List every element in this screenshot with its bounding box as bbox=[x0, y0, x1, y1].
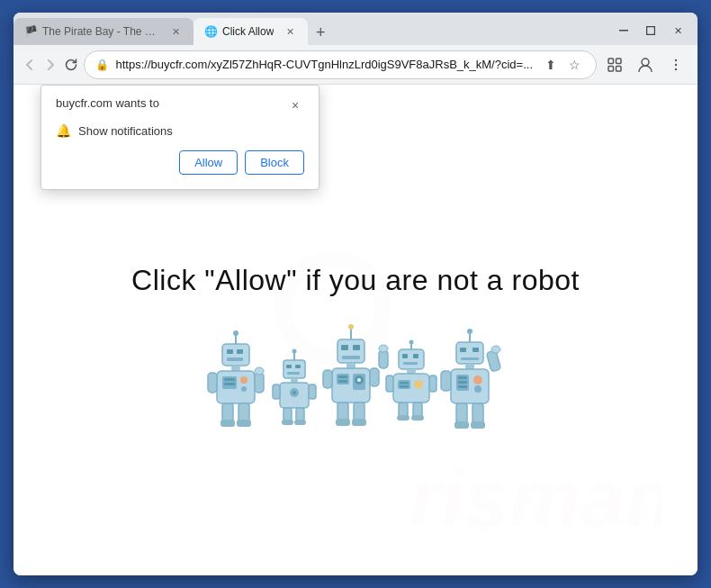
svg-rect-1 bbox=[647, 27, 655, 35]
address-bar[interactable]: 🔒 https://buycfr.com/xyZl57ZhHqR-CUVTgnH… bbox=[84, 50, 597, 79]
popup-close-button[interactable]: × bbox=[286, 96, 304, 114]
svg-rect-2 bbox=[608, 59, 614, 64]
svg-rect-57 bbox=[337, 374, 349, 384]
svg-rect-55 bbox=[346, 363, 356, 368]
svg-rect-81 bbox=[400, 385, 409, 388]
svg-rect-72 bbox=[402, 354, 408, 358]
svg-rect-45 bbox=[282, 420, 293, 425]
svg-rect-3 bbox=[616, 59, 622, 64]
close-button[interactable]: ✕ bbox=[665, 22, 690, 40]
popup-buttons: Allow Block bbox=[56, 150, 304, 175]
svg-point-34 bbox=[292, 349, 297, 354]
svg-rect-47 bbox=[273, 384, 280, 399]
svg-rect-68 bbox=[370, 368, 379, 386]
svg-point-9 bbox=[675, 68, 677, 69]
menu-icon[interactable] bbox=[662, 50, 690, 79]
address-actions: ⬆ ☆ bbox=[540, 54, 585, 76]
popup-header: buycfr.com wants to × bbox=[56, 96, 304, 114]
svg-point-102 bbox=[474, 385, 482, 393]
svg-rect-92 bbox=[460, 348, 466, 352]
svg-rect-99 bbox=[458, 381, 467, 384]
svg-point-6 bbox=[642, 59, 649, 66]
minimize-button[interactable] bbox=[611, 22, 636, 40]
popup-title: buycfr.com wants to bbox=[56, 96, 159, 110]
svg-point-101 bbox=[473, 375, 482, 384]
svg-point-7 bbox=[675, 59, 677, 60]
profile-icon[interactable] bbox=[631, 50, 660, 79]
svg-rect-4 bbox=[608, 66, 614, 71]
tab-favicon-1: 🏴 bbox=[24, 25, 37, 38]
svg-rect-98 bbox=[458, 376, 467, 379]
svg-rect-53 bbox=[353, 345, 360, 350]
svg-point-90 bbox=[467, 329, 472, 334]
svg-rect-26 bbox=[222, 403, 233, 421]
svg-rect-84 bbox=[413, 403, 422, 417]
svg-rect-83 bbox=[399, 403, 408, 417]
svg-point-32 bbox=[255, 367, 264, 375]
svg-rect-22 bbox=[224, 378, 235, 381]
bell-icon: 🔔 bbox=[56, 123, 71, 138]
maximize-button[interactable] bbox=[638, 22, 663, 40]
back-button[interactable] bbox=[21, 50, 38, 79]
forward-button[interactable] bbox=[41, 50, 58, 79]
svg-rect-16 bbox=[227, 349, 233, 354]
svg-rect-103 bbox=[456, 403, 467, 423]
tab-grid-icon[interactable] bbox=[600, 50, 629, 79]
svg-rect-52 bbox=[341, 345, 348, 350]
svg-rect-93 bbox=[472, 348, 479, 352]
svg-point-82 bbox=[414, 380, 423, 389]
svg-rect-27 bbox=[238, 403, 249, 421]
svg-rect-23 bbox=[224, 383, 235, 385]
page-main-text: Click "Allow" if you are not a robot bbox=[131, 264, 580, 297]
svg-rect-108 bbox=[486, 350, 500, 372]
tab-click-allow[interactable]: 🌐 Click Allow ✕ bbox=[194, 18, 308, 45]
svg-rect-17 bbox=[237, 349, 243, 354]
svg-rect-59 bbox=[338, 380, 347, 383]
allow-button[interactable]: Allow bbox=[179, 150, 238, 175]
new-tab-button[interactable]: + bbox=[308, 20, 333, 45]
svg-point-62 bbox=[357, 378, 361, 382]
svg-point-14 bbox=[233, 330, 238, 336]
svg-point-109 bbox=[491, 346, 500, 353]
svg-rect-0 bbox=[619, 30, 628, 32]
svg-point-8 bbox=[675, 63, 677, 65]
svg-rect-43 bbox=[284, 408, 292, 421]
svg-rect-95 bbox=[465, 364, 474, 369]
svg-rect-46 bbox=[294, 420, 306, 425]
browser-window: 🏴 The Pirate Bay - The galaxy's mo... ✕ … bbox=[14, 13, 698, 575]
svg-point-25 bbox=[241, 386, 247, 392]
popup-permission-row: 🔔 Show notifications bbox=[56, 123, 304, 138]
tab-close-1[interactable]: ✕ bbox=[168, 24, 183, 39]
tab-pirate-bay[interactable]: 🏴 The Pirate Bay - The galaxy's mo... ✕ bbox=[14, 18, 194, 45]
svg-rect-94 bbox=[461, 357, 479, 360]
svg-rect-36 bbox=[286, 365, 292, 368]
reload-button[interactable] bbox=[62, 50, 79, 79]
lock-icon: 🔒 bbox=[95, 59, 109, 71]
svg-rect-106 bbox=[471, 421, 485, 429]
notification-popup: buycfr.com wants to × 🔔 Show notificatio… bbox=[40, 85, 320, 190]
svg-text:rismam: rismam bbox=[410, 454, 662, 544]
svg-point-76 bbox=[410, 340, 414, 345]
block-button[interactable]: Block bbox=[245, 150, 304, 175]
robots-svg bbox=[202, 324, 508, 450]
window-controls: ✕ bbox=[604, 13, 698, 45]
svg-rect-74 bbox=[403, 362, 418, 365]
svg-rect-44 bbox=[296, 408, 304, 421]
robots-illustration bbox=[202, 324, 508, 450]
tab-close-2[interactable]: ✕ bbox=[283, 24, 297, 39]
svg-rect-29 bbox=[237, 420, 251, 427]
page-main: Click "Allow" if you are not a robot bbox=[131, 264, 580, 450]
nav-right-controls bbox=[600, 50, 690, 79]
tab-label-1: The Pirate Bay - The galaxy's mo... bbox=[42, 25, 159, 38]
svg-rect-48 bbox=[309, 384, 316, 399]
svg-point-42 bbox=[292, 391, 296, 394]
svg-rect-28 bbox=[220, 420, 235, 427]
tab-strip: 🏴 The Pirate Bay - The galaxy's mo... ✕ … bbox=[14, 13, 604, 45]
share-icon[interactable]: ⬆ bbox=[540, 54, 562, 76]
svg-rect-107 bbox=[441, 371, 451, 391]
svg-point-70 bbox=[379, 345, 388, 352]
svg-rect-88 bbox=[429, 375, 436, 392]
svg-rect-86 bbox=[411, 415, 424, 421]
bookmark-icon[interactable]: ☆ bbox=[563, 54, 585, 76]
svg-rect-5 bbox=[616, 66, 622, 71]
